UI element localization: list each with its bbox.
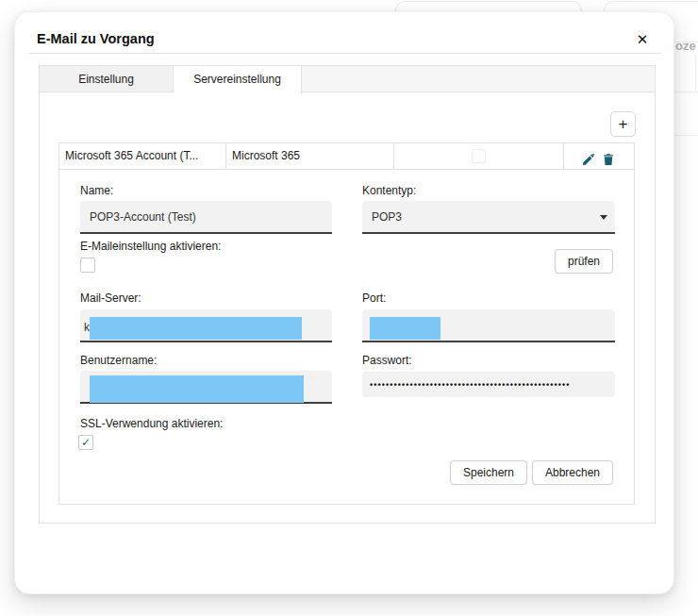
account-name-cell[interactable]: Microsoft 365 Account (T... [59, 143, 226, 169]
background-divider [674, 135, 698, 136]
abbrechen-button[interactable]: Abbrechen [532, 460, 613, 485]
tab-einstellung[interactable]: Einstellung [40, 66, 174, 92]
redaction-overlay [370, 317, 440, 340]
check-icon: ✓ [81, 436, 91, 449]
account-form: Name: Kontentyp: POP3 E-Maileinstellung … [58, 169, 635, 505]
tab-servereinstellung[interactable]: Servereinstellung [174, 66, 302, 94]
tab-strip: Einstellung Servereinstellung [39, 65, 656, 92]
account-active-cell [394, 143, 564, 169]
edit-icon[interactable] [582, 150, 595, 163]
speichern-button[interactable]: Speichern [450, 460, 527, 485]
page-background: oze E-Mail zu Vorgang ✕ Einstellung Serv… [0, 0, 698, 616]
name-input[interactable] [80, 201, 332, 234]
mailserver-input[interactable]: k [80, 309, 332, 342]
add-account-button[interactable]: + [610, 111, 636, 137]
passwort-input[interactable]: ••••••••••••••••••••••••••••••••••••••••… [362, 372, 615, 397]
pruefen-button[interactable]: prüfen [555, 249, 613, 274]
background-partial-text: oze [675, 39, 696, 53]
mailserver-label: Mail-Server: [80, 291, 141, 305]
title-separator [29, 53, 661, 54]
kontentyp-value: POP3 [372, 210, 402, 224]
benutzername-input[interactable] [80, 371, 332, 404]
passwort-label: Passwort: [362, 354, 412, 367]
close-icon[interactable]: ✕ [632, 29, 653, 50]
redaction-overlay [90, 375, 304, 403]
kontentyp-label: Kontentyp: [362, 184, 416, 197]
passwort-mask: ••••••••••••••••••••••••••••••••••••••••… [370, 380, 571, 390]
name-label: Name: [80, 184, 113, 197]
accounts-table: Microsoft 365 Account (T... Microsoft 36… [58, 142, 635, 170]
port-label: Port: [362, 291, 386, 305]
email-enable-checkbox[interactable] [80, 258, 95, 273]
account-type-cell[interactable]: Microsoft 365 [226, 143, 394, 169]
delete-icon[interactable] [602, 150, 615, 163]
chevron-down-icon [600, 215, 607, 220]
port-input[interactable] [362, 309, 615, 342]
email-settings-dialog: E-Mail zu Vorgang ✕ Einstellung Serverei… [14, 11, 674, 594]
kontentyp-select[interactable]: POP3 [362, 201, 615, 234]
account-actions-cell [564, 143, 633, 169]
email-enable-label: E-Maileinstellung aktivieren: [80, 240, 221, 253]
benutzername-label: Benutzername: [80, 354, 157, 367]
redaction-overlay [90, 317, 302, 340]
ssl-label: SSL-Verwendung aktivieren: [80, 417, 223, 430]
background-divider [695, 55, 696, 92]
ssl-checkbox[interactable]: ✓ [78, 435, 93, 450]
servereinstellung-panel: + Microsoft 365 Account (T... Microsoft … [39, 92, 656, 524]
account-active-checkbox[interactable] [472, 149, 486, 163]
dialog-title: E-Mail zu Vorgang [37, 31, 155, 46]
